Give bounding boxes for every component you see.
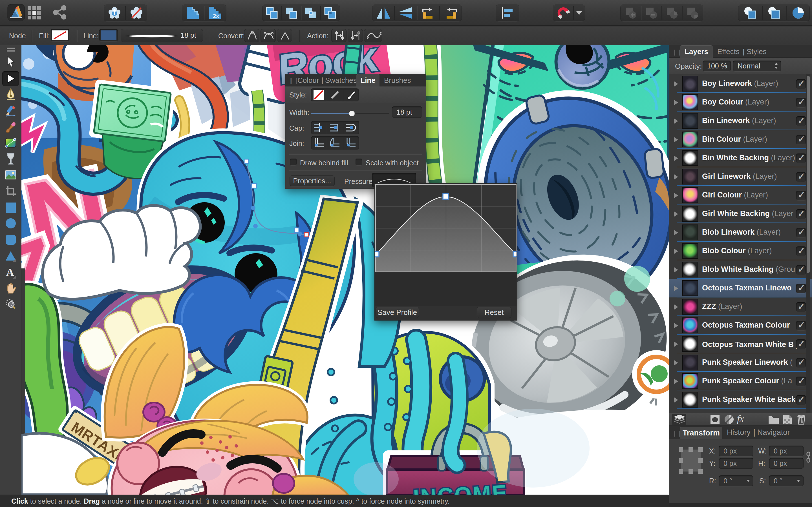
svg-text:2x: 2x: [213, 13, 219, 19]
svg-text:A: A: [6, 267, 14, 278]
